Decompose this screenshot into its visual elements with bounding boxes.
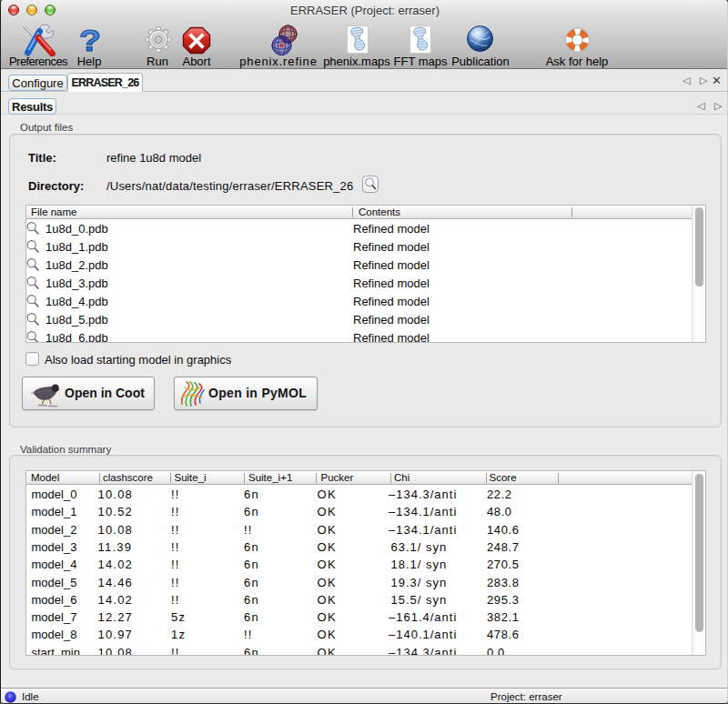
svg-text:?: ? [79, 25, 101, 56]
